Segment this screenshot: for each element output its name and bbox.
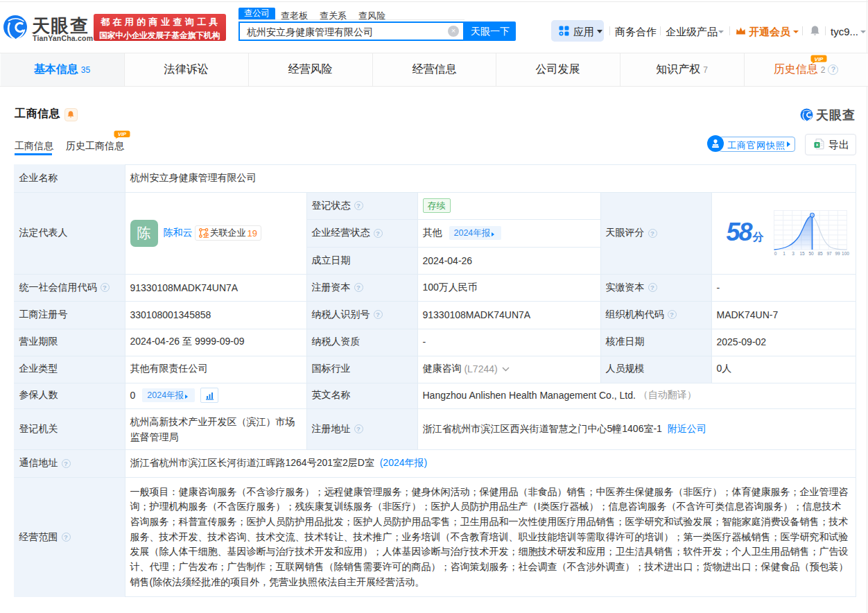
svg-text:99: 99 — [835, 251, 840, 256]
svg-text:VIP: VIP — [815, 56, 824, 62]
svg-text:100: 100 — [842, 251, 849, 256]
svg-text:1: 1 — [783, 251, 785, 256]
svg-text:0: 0 — [774, 251, 776, 256]
svg-text:15: 15 — [799, 251, 805, 256]
svg-text:85: 85 — [817, 251, 823, 256]
svg-text:3: 3 — [792, 251, 795, 256]
svg-text:企: 企 — [202, 231, 209, 238]
svg-text:50: 50 — [808, 251, 814, 256]
svg-text:97: 97 — [826, 251, 832, 256]
svg-text:VIP: VIP — [118, 131, 127, 137]
